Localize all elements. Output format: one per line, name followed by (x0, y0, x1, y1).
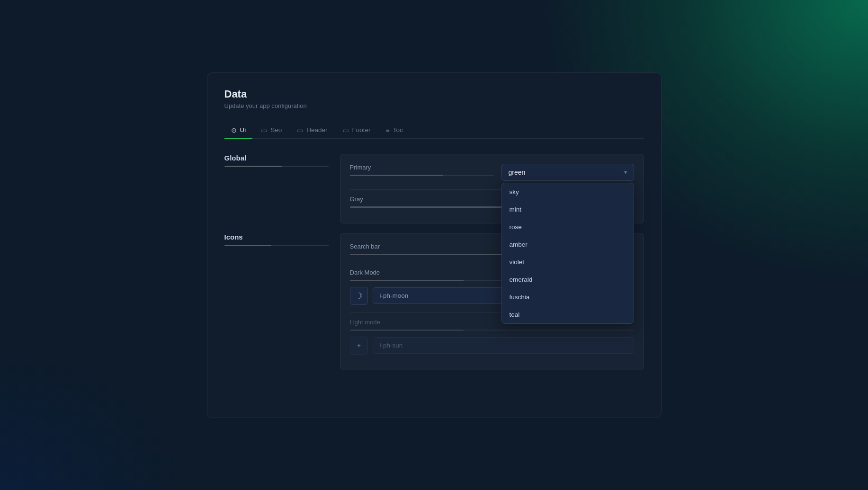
primary-label: Primary (350, 164, 494, 171)
light-mode-bar-fill (350, 330, 464, 331)
panel-title: Data (224, 88, 644, 100)
search-bar-bar-fill (350, 254, 506, 255)
main-panel: Data Update your app configuration ⊙ Ui … (207, 72, 662, 418)
option-sky[interactable]: sky (502, 183, 634, 201)
toc-icon: ≡ (386, 126, 390, 134)
primary-bar (350, 175, 494, 176)
primary-dropdown-container: green ▾ sky mint rose amber violet e (501, 164, 634, 181)
global-progress-fill (224, 166, 282, 167)
global-progress-bar (224, 166, 329, 167)
primary-dropdown-menu: sky mint rose amber violet emerald fusch… (501, 183, 634, 324)
primary-bar-fill (350, 175, 444, 176)
gray-bar-fill (350, 206, 506, 208)
icons-label: Icons (224, 233, 329, 241)
footer-icon: ▭ (343, 126, 349, 134)
option-mint[interactable]: mint (502, 201, 634, 218)
primary-dropdown-value: green (509, 169, 526, 176)
tab-toc[interactable]: ≡ Toc (379, 123, 410, 139)
global-content: Primary green ▾ sky (340, 154, 644, 223)
ui-icon: ⊙ (231, 126, 237, 134)
option-emerald[interactable]: emerald (502, 271, 634, 288)
seo-icon: ▭ (261, 126, 267, 134)
tab-seo-label: Seo (270, 126, 282, 134)
option-rose[interactable]: rose (502, 218, 634, 236)
tab-footer-label: Footer (352, 126, 371, 134)
tab-header-label: Header (306, 126, 327, 134)
tab-ui[interactable]: ⊙ Ui (224, 123, 253, 139)
light-mode-field-row: Light mode ✦ (350, 319, 634, 355)
option-teal[interactable]: teal (502, 306, 634, 323)
panel-subtitle: Update your app configuration (224, 102, 644, 109)
tab-toc-label: Toc (393, 126, 403, 134)
header-icon: ▭ (297, 126, 303, 134)
icons-label-col: Icons (224, 233, 329, 370)
primary-field-row: Primary green ▾ sky (350, 164, 634, 182)
icons-progress-bar (224, 245, 329, 246)
tab-seo[interactable]: ▭ Seo (254, 123, 288, 139)
option-fuschia[interactable]: fuschia (502, 288, 634, 306)
primary-field-with-dropdown: Primary green ▾ sky (350, 164, 634, 182)
background-gradient-bottom (0, 348, 189, 490)
tab-header[interactable]: ▭ Header (290, 123, 334, 139)
chevron-down-icon: ▾ (624, 169, 627, 176)
tabs-nav: ⊙ Ui ▭ Seo ▭ Header ▭ Footer ≡ Toc (224, 123, 644, 139)
tab-ui-label: Ui (240, 126, 246, 134)
light-mode-icon-input[interactable] (373, 337, 634, 354)
icons-progress-fill (224, 245, 271, 246)
primary-dropdown-trigger[interactable]: green ▾ (501, 164, 634, 181)
global-section: Global Primary green (224, 154, 644, 223)
light-mode-bar (350, 330, 634, 331)
global-label-col: Global (224, 154, 329, 223)
tab-footer[interactable]: ▭ Footer (336, 123, 377, 139)
option-violet[interactable]: violet (502, 253, 634, 271)
dark-mode-icon-preview: ☽ (350, 287, 368, 305)
dark-mode-bar-fill (350, 280, 464, 281)
light-mode-icon-preview: ✦ (350, 337, 368, 355)
moon-icon: ☽ (355, 291, 363, 301)
option-amber[interactable]: amber (502, 236, 634, 253)
primary-field-left: Primary (350, 164, 494, 182)
light-mode-icon-row: ✦ (350, 337, 634, 355)
global-label: Global (224, 154, 329, 162)
sun-icon: ✦ (356, 342, 362, 349)
